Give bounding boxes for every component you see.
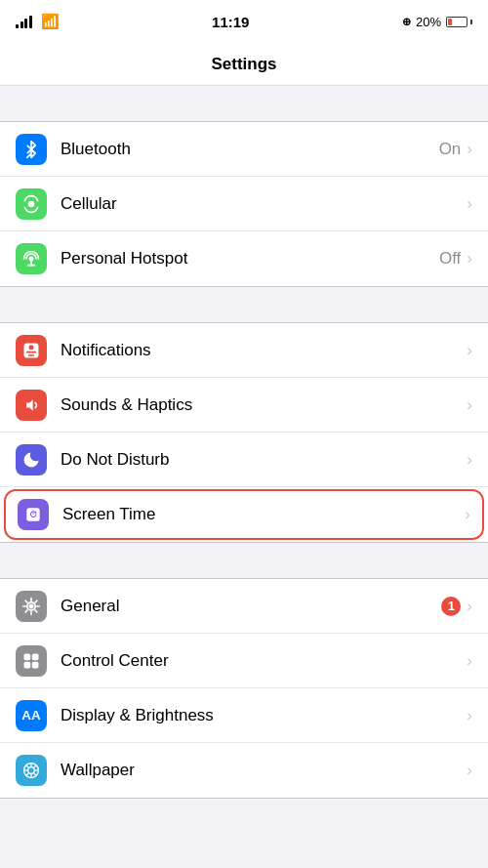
notifications-chevron-icon: ›	[467, 341, 472, 360]
svg-line-27	[26, 772, 29, 775]
cellular-icon-wrap	[16, 188, 47, 220]
dnd-icon	[21, 450, 41, 470]
wallpaper-chevron-icon: ›	[467, 761, 472, 780]
svg-rect-6	[26, 351, 36, 352]
screentime-chevron-icon: ›	[465, 505, 470, 524]
control-icon-wrap	[16, 645, 47, 677]
svg-point-11	[29, 603, 34, 608]
wifi-icon: 📶	[41, 13, 60, 30]
display-chevron-icon: ›	[467, 706, 472, 725]
svg-marker-8	[26, 399, 33, 411]
display-label: Display & Brightness	[61, 706, 467, 725]
bluetooth-icon-wrap	[16, 134, 47, 165]
dnd-label: Do Not Disturb	[61, 450, 467, 470]
control-label: Control Center	[61, 651, 467, 671]
hotspot-value: Off	[439, 249, 461, 269]
notifications-icon	[21, 341, 41, 360]
svg-rect-7	[28, 354, 35, 356]
svg-text:AA: AA	[21, 708, 41, 723]
wallpaper-icon-wrap	[16, 755, 47, 786]
page-title: Settings	[211, 55, 276, 74]
bluetooth-chevron-icon: ›	[467, 140, 472, 159]
svg-text:⏱: ⏱	[29, 510, 37, 519]
sounds-chevron-icon: ›	[467, 395, 472, 415]
status-left: 📶	[16, 13, 60, 30]
signal-bars-icon	[16, 16, 32, 28]
status-time: 11:19	[212, 14, 249, 30]
sounds-label: Sounds & Haptics	[61, 395, 467, 415]
display-row[interactable]: AA Display & Brightness ›	[0, 688, 488, 743]
sounds-icon	[21, 395, 41, 415]
svg-rect-15	[24, 661, 31, 668]
bluetooth-row[interactable]: Bluetooth On ›	[0, 122, 488, 177]
notifications-row[interactable]: Notifications ›	[0, 323, 488, 378]
dnd-chevron-icon: ›	[467, 450, 472, 470]
notifications-label: Notifications	[61, 341, 467, 360]
cellular-chevron-icon: ›	[467, 194, 472, 214]
general-icon-wrap	[16, 591, 47, 622]
svg-rect-16	[32, 661, 39, 668]
location-icon: ⊕	[402, 16, 411, 28]
svg-line-25	[33, 772, 36, 775]
svg-point-19	[28, 767, 35, 774]
system-group: General 1 › Control Center › AA Display …	[0, 578, 488, 799]
notifications-icon-wrap	[16, 335, 47, 366]
hotspot-row[interactable]: Personal Hotspot Off ›	[0, 231, 488, 286]
screentime-label: Screen Time	[62, 505, 465, 524]
general-label: General	[61, 597, 441, 616]
cellular-row[interactable]: Cellular ›	[0, 177, 488, 231]
hotspot-icon-wrap	[16, 243, 47, 274]
general-badge: 1	[441, 597, 461, 616]
svg-point-0	[28, 200, 35, 207]
wallpaper-row[interactable]: Wallpaper ›	[0, 743, 488, 798]
hotspot-chevron-icon: ›	[467, 249, 472, 269]
bluetooth-label: Bluetooth	[61, 140, 439, 159]
display-icon: AA	[21, 706, 41, 725]
wallpaper-icon	[21, 761, 41, 780]
cellular-label: Cellular	[61, 194, 461, 214]
sounds-row[interactable]: Sounds & Haptics ›	[0, 378, 488, 433]
hotspot-icon	[21, 249, 41, 269]
display-icon-wrap: AA	[16, 700, 47, 731]
connectivity-group: Bluetooth On › Cellular ›	[0, 121, 488, 287]
nav-bar: Settings	[0, 43, 488, 86]
screentime-icon: ⏱	[23, 505, 43, 524]
battery-percent: 20%	[416, 15, 441, 29]
control-row[interactable]: Control Center ›	[0, 634, 488, 688]
bluetooth-value: On	[439, 140, 462, 159]
svg-rect-13	[24, 653, 31, 660]
cellular-icon	[21, 194, 41, 214]
screentime-icon-wrap: ⏱	[18, 499, 49, 530]
status-bar: 📶 11:19 ⊕ 20%	[0, 0, 488, 43]
general-chevron-icon: ›	[467, 597, 472, 616]
notifications-group: Notifications › Sounds & Haptics › Do No…	[0, 322, 488, 543]
wallpaper-label: Wallpaper	[61, 761, 467, 780]
hotspot-label: Personal Hotspot	[61, 249, 439, 269]
status-right: ⊕ 20%	[402, 15, 472, 29]
battery-icon	[446, 17, 472, 27]
section-spacer-1	[0, 86, 488, 121]
dnd-icon-wrap	[16, 444, 47, 475]
screentime-row[interactable]: ⏱ Screen Time ›	[4, 489, 484, 540]
general-row[interactable]: General 1 ›	[0, 579, 488, 634]
sounds-icon-wrap	[16, 390, 47, 421]
control-chevron-icon: ›	[467, 651, 472, 671]
dnd-row[interactable]: Do Not Disturb ›	[0, 433, 488, 487]
svg-line-24	[26, 765, 29, 768]
general-icon	[21, 597, 41, 616]
control-icon	[21, 651, 41, 671]
svg-line-26	[33, 765, 36, 768]
bluetooth-icon	[21, 140, 41, 159]
section-spacer-3	[0, 543, 488, 578]
section-spacer-2	[0, 287, 488, 322]
svg-point-5	[29, 345, 34, 350]
svg-rect-14	[32, 653, 39, 660]
